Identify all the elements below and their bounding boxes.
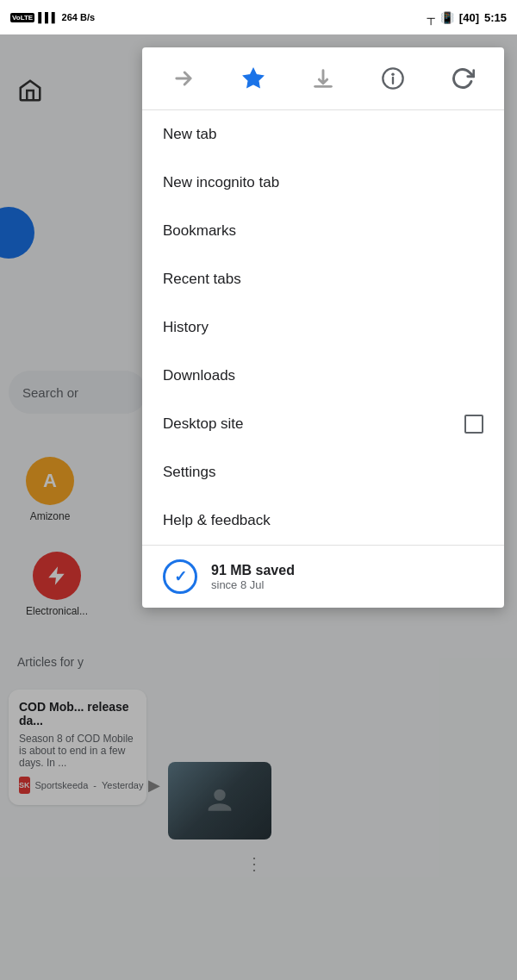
new-tab-label: New tab <box>163 126 216 143</box>
settings-label: Settings <box>163 464 215 481</box>
recent-tabs-label: Recent tabs <box>163 271 241 288</box>
battery-level: [40] <box>459 11 479 24</box>
menu-toolbar <box>142 47 504 110</box>
menu-item-help-feedback[interactable]: Help & feedback <box>142 496 504 545</box>
data-saver-row: ✓ 91 MB saved since 8 Jul <box>142 545 504 608</box>
status-right: ┬ 📳 [40] 5:15 <box>427 11 507 24</box>
bookmark-button[interactable] <box>233 58 274 99</box>
data-saver-icon: ✓ <box>163 559 197 594</box>
dropdown-menu: New tab New incognito tab Bookmarks Rece… <box>142 47 504 608</box>
data-speed: 264 B/s <box>62 12 96 22</box>
menu-item-downloads[interactable]: Downloads <box>142 352 504 400</box>
info-button[interactable] <box>372 58 414 99</box>
svg-marker-1 <box>244 68 264 87</box>
download-button[interactable] <box>302 58 344 99</box>
new-incognito-tab-label: New incognito tab <box>163 174 279 191</box>
bookmarks-label: Bookmarks <box>163 222 236 240</box>
data-saver-text: 91 MB saved since 8 Jul <box>211 563 295 591</box>
forward-button[interactable] <box>163 58 204 99</box>
menu-item-history[interactable]: History <box>142 303 504 352</box>
menu-item-recent-tabs[interactable]: Recent tabs <box>142 255 504 303</box>
downloads-label: Downloads <box>163 367 235 384</box>
data-saver-amount: 91 MB saved <box>211 563 295 578</box>
clock: 5:15 <box>484 11 507 24</box>
menu-item-new-incognito-tab[interactable]: New incognito tab <box>142 159 504 207</box>
signal-strength: ▌▌▌ <box>38 12 58 22</box>
help-feedback-label: Help & feedback <box>163 512 271 529</box>
menu-item-new-tab[interactable]: New tab <box>142 110 504 159</box>
menu-item-desktop-site[interactable]: Desktop site <box>142 400 504 448</box>
menu-item-settings[interactable]: Settings <box>142 448 504 496</box>
history-label: History <box>163 319 209 336</box>
data-saver-since: since 8 Jul <box>211 578 295 591</box>
desktop-site-checkbox[interactable] <box>464 415 483 434</box>
data-saver-check: ✓ <box>174 567 187 586</box>
status-bar: VoLTE ▌▌▌ 264 B/s ┬ 📳 [40] 5:15 <box>0 0 517 34</box>
bluetooth-icon: ┬ <box>427 11 435 24</box>
refresh-button[interactable] <box>442 58 483 99</box>
desktop-site-label: Desktop site <box>163 415 244 433</box>
vibrate-icon: 📳 <box>440 11 454 24</box>
volte-badge: VoLTE <box>10 13 34 22</box>
menu-item-bookmarks[interactable]: Bookmarks <box>142 207 504 255</box>
status-left: VoLTE ▌▌▌ 264 B/s <box>10 12 95 22</box>
